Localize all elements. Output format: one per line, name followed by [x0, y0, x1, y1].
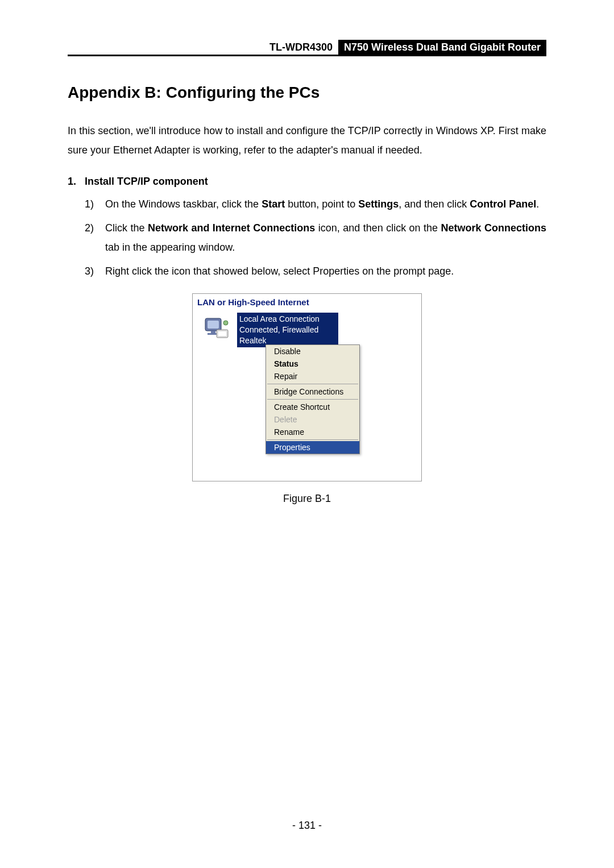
step-number: 3) [85, 261, 105, 281]
context-menu: Disable Status Repair Bridge Connections… [265, 344, 360, 454]
network-adapter-icon [203, 316, 230, 343]
step-text: On the Windows taskbar, click the [105, 198, 262, 210]
step-text: icon, and then click on the [315, 222, 441, 234]
connection-name: Local Area Connection [239, 314, 336, 325]
step-body: On the Windows taskbar, click the Start … [105, 194, 546, 214]
header-model: TL-WDR4300 [68, 40, 338, 55]
step-text: . [536, 198, 539, 210]
menu-item-rename[interactable]: Rename [266, 426, 359, 438]
menu-separator [267, 384, 358, 384]
connection-selected-label[interactable]: Local Area Connection Connected, Firewal… [237, 313, 338, 347]
step-2: 2) Click the Network and Internet Connec… [85, 218, 546, 257]
menu-item-bridge[interactable]: Bridge Connections [266, 385, 359, 398]
step-text: , and then click [399, 198, 470, 210]
figure-caption: Figure B-1 [283, 493, 331, 505]
xp-panel-title: LAN or High-Speed Internet [193, 294, 421, 313]
section-title: Install TCP/IP component [85, 176, 208, 188]
section-number: 1. [68, 176, 85, 188]
step-bold: Settings [358, 198, 399, 210]
intro-paragraph: In this section, we'll introduce how to … [68, 121, 546, 160]
step-bold: Control Panel [470, 198, 536, 210]
menu-item-status[interactable]: Status [266, 358, 359, 370]
menu-item-create-shortcut[interactable]: Create Shortcut [266, 401, 359, 413]
menu-item-repair[interactable]: Repair [266, 370, 359, 383]
connection-status: Connected, Firewalled [239, 325, 336, 335]
figure-wrapper: LAN or High-Speed Internet Local Area Co… [68, 293, 546, 505]
step-text: Click the [105, 222, 148, 234]
step-bold: Network and Internet Connections [148, 222, 315, 234]
menu-item-delete: Delete [266, 413, 359, 426]
menu-separator [267, 439, 358, 440]
step-number: 2) [85, 218, 105, 257]
step-text: button, point to [285, 198, 358, 210]
section-heading: 1. Install TCP/IP component [68, 176, 546, 188]
step-body: Right click the icon that showed below, … [105, 261, 546, 281]
page-title: Appendix B: Configuring the PCs [68, 84, 546, 102]
step-3: 3) Right click the icon that showed belo… [85, 261, 546, 281]
document-page: TL-WDR4300 N750 Wireless Dual Band Gigab… [0, 0, 614, 868]
page-number: - 131 - [0, 820, 614, 832]
step-1: 1) On the Windows taskbar, click the Sta… [85, 194, 546, 214]
menu-separator [267, 399, 358, 400]
step-number: 1) [85, 194, 105, 214]
steps-list: 1) On the Windows taskbar, click the Sta… [68, 194, 546, 281]
step-text: Right click the icon that showed below, … [105, 265, 454, 277]
page-header: TL-WDR4300 N750 Wireless Dual Band Gigab… [68, 40, 546, 56]
header-product: N750 Wireless Dual Band Gigabit Router [338, 40, 546, 55]
step-body: Click the Network and Internet Connectio… [105, 218, 546, 257]
xp-panel: LAN or High-Speed Internet Local Area Co… [192, 293, 422, 481]
step-bold: Start [262, 198, 285, 210]
step-bold: Network Connections [441, 222, 546, 234]
svg-rect-1 [208, 321, 219, 329]
step-text: tab in the appearing window. [105, 242, 235, 253]
svg-rect-2 [211, 331, 215, 333]
menu-item-disable[interactable]: Disable [266, 345, 359, 358]
svg-point-6 [223, 321, 228, 325]
xp-panel-body: Local Area Connection Connected, Firewal… [193, 313, 421, 481]
menu-item-properties[interactable]: Properties [266, 441, 359, 454]
svg-rect-5 [218, 331, 226, 336]
